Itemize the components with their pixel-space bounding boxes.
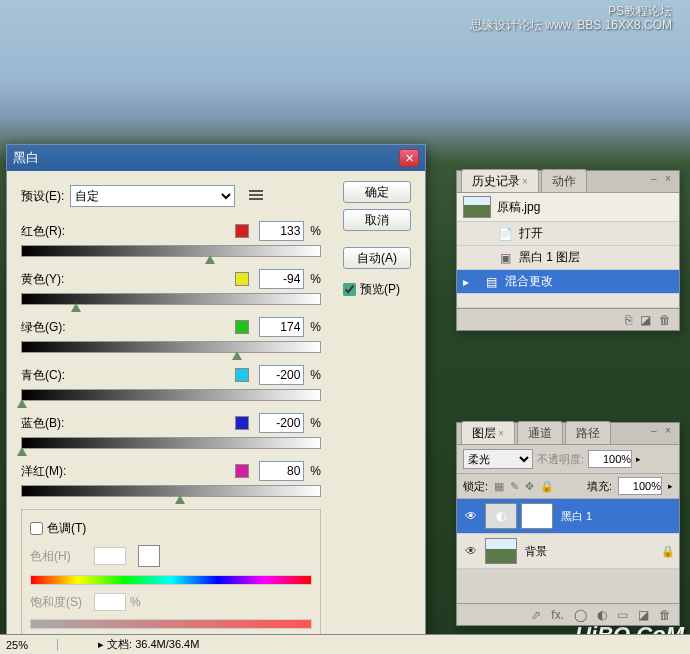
- mask-icon[interactable]: ◯: [574, 608, 587, 622]
- link-icon[interactable]: ⬀: [531, 608, 541, 622]
- slider-thumb[interactable]: [232, 351, 242, 360]
- preview-checkbox[interactable]: 预览(P): [343, 281, 411, 298]
- history-panel: –× 历史记录× 动作 原稿.jpg 📄 打开 ▣ 黑白 1 图层 ▸▤ 混合更…: [456, 170, 680, 331]
- slider-value-input[interactable]: [259, 413, 304, 433]
- new-doc-icon[interactable]: ⎘: [625, 313, 632, 327]
- slider-label: 红色(R):: [21, 223, 235, 240]
- lock-move-icon[interactable]: ✥: [525, 480, 534, 493]
- folder-icon[interactable]: ▭: [617, 608, 628, 622]
- lock-label: 锁定:: [463, 479, 488, 494]
- color-swatch: [235, 272, 249, 286]
- slider-label: 洋红(M):: [21, 463, 235, 480]
- chevron-icon[interactable]: ▸: [636, 454, 641, 464]
- black-white-dialog: 黑白 ✕ 确定 取消 自动(A) 预览(P) 预设(E): 自定 红色(R): …: [6, 144, 426, 654]
- tint-checkbox[interactable]: 色调(T): [30, 520, 312, 537]
- watermark-top: PS教程论坛 思缘设计论坛 www. BBS.16XX8.COM: [470, 4, 672, 32]
- adjustment-thumb[interactable]: ◐: [485, 503, 517, 529]
- new-snapshot-icon[interactable]: ◪: [640, 313, 651, 327]
- opacity-input[interactable]: [588, 450, 632, 468]
- color-swatch: [235, 368, 249, 382]
- history-item[interactable]: ▸▤ 混合更改: [457, 270, 679, 294]
- fill-label: 填充:: [587, 479, 612, 494]
- preset-label: 预设(E):: [21, 188, 64, 205]
- tab-channels[interactable]: 通道: [517, 421, 563, 444]
- slider-track[interactable]: [21, 293, 321, 305]
- layers-panel: –× 图层× 通道 路径 柔光 不透明度: ▸ 锁定: ▦ ✎ ✥ 🔒 填充: …: [456, 422, 680, 626]
- fill-input[interactable]: [618, 477, 662, 495]
- tint-color-box[interactable]: [138, 545, 160, 567]
- slider-value-input[interactable]: [259, 365, 304, 385]
- mask-thumb[interactable]: [521, 503, 553, 529]
- percent-label: %: [310, 416, 321, 430]
- lock-transparent-icon[interactable]: ▦: [494, 480, 504, 493]
- dialog-titlebar[interactable]: 黑白 ✕: [7, 145, 425, 171]
- color-swatch: [235, 224, 249, 238]
- close-icon[interactable]: ✕: [399, 149, 419, 167]
- slider-value-input[interactable]: [259, 461, 304, 481]
- sat-value: [94, 593, 126, 611]
- layer-thumb[interactable]: [485, 538, 517, 564]
- preset-menu-icon[interactable]: [249, 190, 263, 202]
- blend-icon: ▤: [483, 274, 499, 290]
- slider-value-input[interactable]: [259, 269, 304, 289]
- trash-icon[interactable]: 🗑: [659, 608, 671, 622]
- slider-thumb[interactable]: [175, 495, 185, 504]
- cancel-button[interactable]: 取消: [343, 209, 411, 231]
- open-icon: 📄: [497, 226, 513, 242]
- doc-size[interactable]: ▸ 文档: 36.4M/36.4M: [58, 637, 199, 652]
- lock-paint-icon[interactable]: ✎: [510, 480, 519, 493]
- slider-track[interactable]: [21, 341, 321, 353]
- sat-label: 饱和度(S): [30, 594, 86, 611]
- ok-button[interactable]: 确定: [343, 181, 411, 203]
- close-icon[interactable]: ×: [665, 173, 675, 183]
- eye-icon[interactable]: 👁: [461, 509, 481, 523]
- slider-value-input[interactable]: [259, 317, 304, 337]
- zoom-level[interactable]: 25%: [0, 639, 58, 651]
- snapshot-thumb: [463, 196, 491, 218]
- hue-label: 色相(H): [30, 548, 86, 565]
- eye-icon[interactable]: 👁: [461, 544, 481, 558]
- new-layer-icon[interactable]: ◪: [638, 608, 649, 622]
- hue-slider: [30, 575, 312, 585]
- color-slider-row: 黄色(Y): %: [21, 269, 321, 305]
- percent-label: %: [310, 224, 321, 238]
- percent-label: %: [310, 320, 321, 334]
- tab-paths[interactable]: 路径: [565, 421, 611, 444]
- tab-actions[interactable]: 动作: [541, 169, 587, 192]
- sat-slider: [30, 619, 312, 629]
- close-icon[interactable]: ×: [665, 425, 675, 435]
- trash-icon[interactable]: 🗑: [659, 313, 671, 327]
- slider-track[interactable]: [21, 437, 321, 449]
- slider-thumb[interactable]: [17, 447, 27, 456]
- history-snapshot[interactable]: 原稿.jpg: [457, 193, 679, 222]
- color-slider-row: 洋红(M): %: [21, 461, 321, 497]
- opacity-label: 不透明度:: [537, 452, 584, 467]
- slider-thumb[interactable]: [71, 303, 81, 312]
- auto-button[interactable]: 自动(A): [343, 247, 411, 269]
- preset-select[interactable]: 自定: [70, 185, 235, 207]
- history-item[interactable]: 📄 打开: [457, 222, 679, 246]
- slider-thumb[interactable]: [205, 255, 215, 264]
- slider-value-input[interactable]: [259, 221, 304, 241]
- minimize-icon[interactable]: –: [651, 173, 661, 183]
- slider-thumb[interactable]: [17, 399, 27, 408]
- slider-label: 绿色(G):: [21, 319, 235, 336]
- tab-history[interactable]: 历史记录×: [461, 169, 539, 192]
- adjust-icon[interactable]: ◐: [597, 608, 607, 622]
- slider-track[interactable]: [21, 245, 321, 257]
- tab-layers[interactable]: 图层×: [461, 421, 515, 444]
- blend-mode-select[interactable]: 柔光: [463, 449, 533, 469]
- lock-all-icon[interactable]: 🔒: [540, 480, 554, 493]
- color-swatch: [235, 416, 249, 430]
- color-slider-row: 青色(C): %: [21, 365, 321, 401]
- fx-icon[interactable]: fx.: [551, 608, 564, 622]
- slider-track[interactable]: [21, 389, 321, 401]
- slider-label: 黄色(Y):: [21, 271, 235, 288]
- slider-track[interactable]: [21, 485, 321, 497]
- layer-item-bg[interactable]: 👁 背景 🔒: [457, 534, 679, 569]
- chevron-icon[interactable]: ▸: [668, 481, 673, 491]
- history-item[interactable]: ▣ 黑白 1 图层: [457, 246, 679, 270]
- percent-label: %: [310, 272, 321, 286]
- minimize-icon[interactable]: –: [651, 425, 661, 435]
- layer-item-bw[interactable]: 👁 ◐ 黑白 1: [457, 499, 679, 534]
